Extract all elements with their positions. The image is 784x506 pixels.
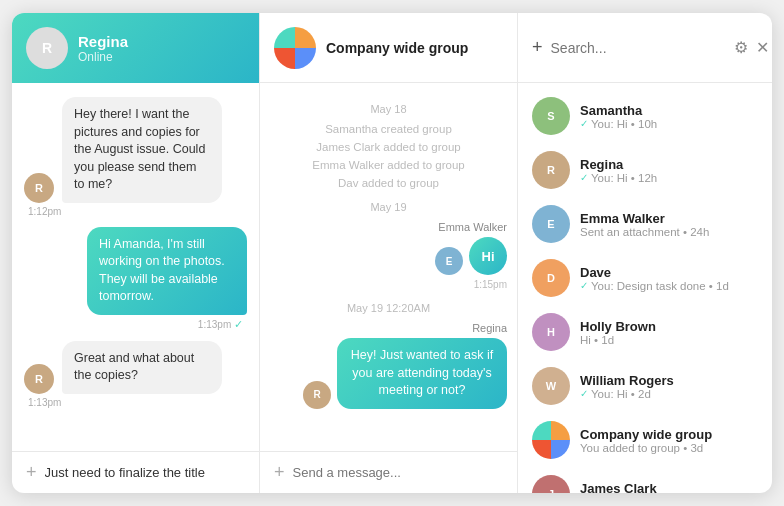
contacts-list: S Samantha ✓ You: Hi • 10h R Regina ✓ Yo…: [518, 83, 772, 493]
message-group-1: R Hey there! I want the pictures and cop…: [24, 97, 247, 217]
contact-item[interactable]: Company wide group You added to group • …: [518, 413, 772, 467]
middle-attachment-icon[interactable]: +: [274, 462, 285, 483]
contact-avatar: H: [532, 313, 570, 351]
contact-avatar: J: [532, 475, 570, 493]
middle-header: Company wide group: [260, 13, 517, 83]
avatar-initials: R: [26, 27, 68, 69]
contact-info: William Rogers ✓ You: Hi • 2d: [580, 373, 758, 400]
contact-name: Holly Brown: [580, 319, 758, 334]
read-check-icon: ✓: [580, 172, 588, 183]
group-message-input[interactable]: [293, 465, 503, 480]
group-name: Company wide group: [326, 40, 468, 56]
contact-item[interactable]: J James Clark You: sent a gif. • 1w: [518, 467, 772, 493]
msg-time-1: 1:12pm: [24, 206, 247, 217]
gc-avatar-emma: E: [435, 247, 463, 275]
msg-bubble-received-1: Hey there! I want the pictures and copie…: [62, 97, 222, 203]
msg-bubble-received-3: Great and what about the copies?: [62, 341, 222, 394]
contact-avatar: W: [532, 367, 570, 405]
app-container: R Regina Online R Hey there! I want the …: [12, 13, 772, 493]
contact-item[interactable]: D Dave ✓ You: Design task done • 1d: [518, 251, 772, 305]
contact-name: Regina: [78, 33, 128, 50]
middle-input-bar: +: [260, 451, 517, 493]
gc-msg-row-1: Hi E: [270, 237, 507, 275]
left-input-bar: +: [12, 451, 259, 493]
msg-row-sent-2: Hi Amanda, I'm still working on the phot…: [24, 227, 247, 315]
attachment-icon[interactable]: +: [26, 462, 37, 483]
contact-item[interactable]: E Emma Walker Sent an attachment • 24h: [518, 197, 772, 251]
gc-msg-row-2: Hey! Just wanted to ask if you are atten…: [270, 338, 507, 409]
gc-hi-bubble: Hi: [469, 237, 507, 275]
read-check-icon: ✓: [580, 118, 588, 129]
chat-messages: R Hey there! I want the pictures and cop…: [12, 83, 259, 451]
contact-preview: ✓ You: Hi • 2d: [580, 388, 758, 400]
contact-preview: ✓ You: Hi • 12h: [580, 172, 758, 184]
contact-name: Regina: [580, 157, 758, 172]
settings-icon[interactable]: ⚙: [734, 38, 748, 57]
read-check-icon: ✓: [580, 388, 588, 399]
date-label-2: May 19: [370, 201, 406, 213]
right-header: + ⚙ ✕: [518, 13, 772, 83]
contact-name: Emma Walker: [580, 211, 758, 226]
system-msg-4: Dav added to group: [338, 177, 439, 189]
contact-item[interactable]: H Holly Brown Hi • 1d: [518, 305, 772, 359]
contact-avatar: E: [532, 205, 570, 243]
contact-info: Regina ✓ You: Hi • 12h: [580, 157, 758, 184]
contact-info: Holly Brown Hi • 1d: [580, 319, 758, 346]
contact-item[interactable]: R Regina ✓ You: Hi • 12h: [518, 143, 772, 197]
close-icon[interactable]: ✕: [756, 38, 769, 57]
message-group-3: R Great and what about the copies? 1:13p…: [24, 341, 247, 408]
contact-info: Company wide group You added to group • …: [580, 427, 758, 454]
gc-bubble-sent-1: Hey! Just wanted to ask if you are atten…: [337, 338, 507, 409]
msg-bubble-sent-2: Hi Amanda, I'm still working on the phot…: [87, 227, 247, 315]
contact-avatar: S: [532, 97, 570, 135]
contact-item[interactable]: S Samantha ✓ You: Hi • 10h: [518, 89, 772, 143]
contact-preview: Hi • 1d: [580, 334, 758, 346]
contact-preview: Sent an attachment • 24h: [580, 226, 758, 238]
read-check-icon: ✓: [580, 280, 588, 291]
avatar: R: [26, 27, 68, 69]
search-input[interactable]: [551, 40, 726, 56]
contact-name: James Clark: [580, 481, 758, 494]
msg-avatar-1: R: [24, 173, 54, 203]
system-msg-2: James Clark added to group: [316, 141, 460, 153]
read-check-icon: ✓: [234, 318, 243, 330]
msg-avatar-3: R: [24, 364, 54, 394]
right-panel: + ⚙ ✕ S Samantha ✓ You: Hi • 10h R Regin…: [518, 13, 772, 493]
new-chat-icon[interactable]: +: [532, 37, 543, 58]
message-input[interactable]: [45, 465, 245, 480]
contact-preview: ✓ You: Hi • 10h: [580, 118, 758, 130]
contact-preview: ✓ You: Design task done • 1d: [580, 280, 758, 292]
middle-panel: Company wide group May 18 Samantha creat…: [260, 13, 518, 493]
date-label-3: May 19 12:20AM: [347, 302, 430, 314]
system-msg-3: Emma Walker added to group: [312, 159, 464, 171]
contact-item[interactable]: W William Rogers ✓ You: Hi • 2d: [518, 359, 772, 413]
group-chat: May 18 Samantha created group James Clar…: [260, 83, 517, 451]
msg-time-2: 1:13pm ✓: [24, 318, 247, 331]
gc-message-group-1: Emma Walker Hi E 1:15pm: [270, 221, 507, 290]
contact-name: Company wide group: [580, 427, 758, 442]
left-panel: R Regina Online R Hey there! I want the …: [12, 13, 260, 493]
gc-message-group-2: Regina Hey! Just wanted to ask if you ar…: [270, 322, 507, 409]
contact-avatar: D: [532, 259, 570, 297]
contact-info: Dave ✓ You: Design task done • 1d: [580, 265, 758, 292]
gc-sender-name-2: Regina: [472, 322, 507, 334]
gc-avatar-regina: R: [303, 381, 331, 409]
msg-time-3: 1:13pm: [24, 397, 247, 408]
contact-avatar: R: [532, 151, 570, 189]
group-avatar: [274, 27, 316, 69]
contact-name: William Rogers: [580, 373, 758, 388]
gc-sender-name-1: Emma Walker: [438, 221, 507, 233]
message-group-2: Hi Amanda, I'm still working on the phot…: [24, 227, 247, 331]
contact-name: Samantha: [580, 103, 758, 118]
contact-info: James Clark You: sent a gif. • 1w: [580, 481, 758, 494]
status-badge: Online: [78, 50, 128, 64]
contact-name: Dave: [580, 265, 758, 280]
system-msg-1: Samantha created group: [325, 123, 452, 135]
msg-row-received-1: R Hey there! I want the pictures and cop…: [24, 97, 247, 203]
left-header: R Regina Online: [12, 13, 259, 83]
contact-preview: You added to group • 3d: [580, 442, 758, 454]
contact-info: Emma Walker Sent an attachment • 24h: [580, 211, 758, 238]
date-label-1: May 18: [370, 103, 406, 115]
contact-info: Samantha ✓ You: Hi • 10h: [580, 103, 758, 130]
gc-time-1: 1:15pm: [474, 279, 507, 290]
